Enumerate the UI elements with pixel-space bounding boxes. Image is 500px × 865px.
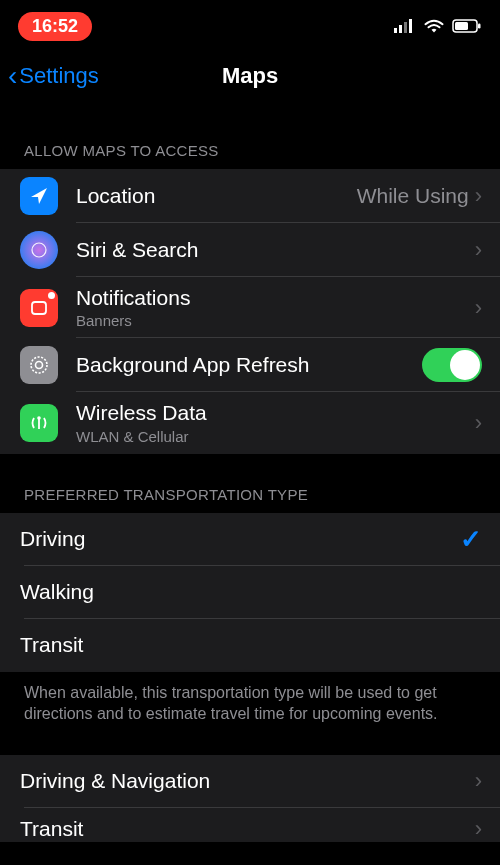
row-siri-search[interactable]: Siri & Search › xyxy=(0,223,500,277)
row-wireless-data[interactable]: Wireless Data WLAN & Cellular › xyxy=(0,392,500,453)
row-walking-title: Walking xyxy=(20,579,482,605)
row-driving-nav[interactable]: Driving & Navigation › xyxy=(0,755,500,808)
group-transport: Driving ✓ Walking Transit xyxy=(0,513,500,672)
chevron-right-icon: › xyxy=(475,295,482,321)
antenna-icon xyxy=(20,404,58,442)
row-driving-nav-title: Driving & Navigation xyxy=(20,768,475,794)
group-more: Driving & Navigation › Transit › xyxy=(0,755,500,842)
row-transit2-title: Transit xyxy=(20,816,475,842)
transport-footer-text: When available, this transportation type… xyxy=(0,672,500,755)
siri-icon xyxy=(20,231,58,269)
svg-rect-6 xyxy=(478,24,481,29)
svg-rect-0 xyxy=(394,28,397,33)
row-transit[interactable]: Transit xyxy=(0,619,500,672)
svg-point-9 xyxy=(31,357,47,373)
bg-refresh-toggle[interactable] xyxy=(422,348,482,382)
svg-rect-1 xyxy=(399,25,402,33)
checkmark-icon: ✓ xyxy=(460,524,482,555)
svg-rect-5 xyxy=(455,22,468,30)
row-wireless-title: Wireless Data xyxy=(76,400,475,426)
svg-point-11 xyxy=(37,416,41,420)
row-location-value: While Using xyxy=(357,184,469,208)
nav-bar: ‹ Settings Maps xyxy=(0,52,500,100)
battery-icon xyxy=(452,19,482,33)
chevron-right-icon: › xyxy=(475,237,482,263)
status-time-pill: 16:52 xyxy=(18,12,92,41)
row-wireless-sub: WLAN & Cellular xyxy=(76,428,475,446)
chevron-right-icon: › xyxy=(475,768,482,794)
wifi-icon xyxy=(424,19,444,33)
back-button[interactable]: ‹ Settings xyxy=(8,62,99,90)
svg-point-7 xyxy=(32,243,46,257)
row-bgrefresh-title: Background App Refresh xyxy=(76,352,422,378)
row-notifications-title: Notifications xyxy=(76,285,475,311)
content-scroll[interactable]: ALLOW MAPS TO ACCESS Location While Usin… xyxy=(0,100,500,863)
row-notifications[interactable]: Notifications Banners › xyxy=(0,277,500,338)
svg-rect-8 xyxy=(32,302,46,314)
location-arrow-icon xyxy=(20,177,58,215)
signal-icon xyxy=(394,19,416,33)
row-bg-refresh: Background App Refresh xyxy=(0,338,500,392)
chevron-right-icon: › xyxy=(475,183,482,209)
gear-icon xyxy=(20,346,58,384)
back-button-label: Settings xyxy=(19,63,99,89)
row-siri-title: Siri & Search xyxy=(76,237,475,263)
svg-rect-2 xyxy=(404,22,407,33)
row-driving[interactable]: Driving ✓ xyxy=(0,513,500,566)
row-driving-title: Driving xyxy=(20,526,460,552)
notifications-icon xyxy=(20,289,58,327)
row-transit-title: Transit xyxy=(20,632,482,658)
svg-rect-3 xyxy=(409,19,412,33)
chevron-right-icon: › xyxy=(475,816,482,842)
section-header-access: ALLOW MAPS TO ACCESS xyxy=(0,100,500,169)
row-location-title: Location xyxy=(76,183,357,209)
row-transit2[interactable]: Transit › xyxy=(0,808,500,842)
row-notifications-sub: Banners xyxy=(76,312,475,330)
status-bar: 16:52 xyxy=(0,0,500,52)
page-title: Maps xyxy=(222,63,278,89)
row-walking[interactable]: Walking xyxy=(0,566,500,619)
row-location[interactable]: Location While Using › xyxy=(0,169,500,223)
svg-point-10 xyxy=(36,362,43,369)
group-access: Location While Using › Siri & Search › xyxy=(0,169,500,454)
status-icons xyxy=(394,19,482,33)
section-header-transport: PREFERRED TRANSPORTATION TYPE xyxy=(0,454,500,513)
chevron-left-icon: ‹ xyxy=(8,62,17,90)
chevron-right-icon: › xyxy=(475,410,482,436)
